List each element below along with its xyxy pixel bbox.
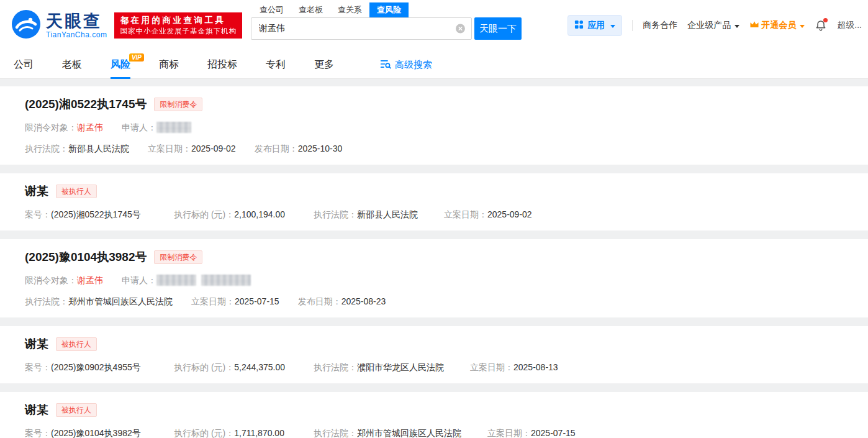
case-no-value: (2025)湘0522执1745号 [51, 208, 141, 221]
amount-label: 执行标的 (元)： [174, 208, 234, 221]
tianyancha-logo[interactable]: 天眼查 TianYanCha.com [11, 9, 107, 42]
applicant-label: 申请人： [122, 121, 156, 134]
logo-domain-text: TianYanCha.com [46, 30, 107, 39]
target-label: 限消令对象： [25, 274, 77, 286]
publish-date-label: 发布日期： [298, 295, 341, 308]
case-title[interactable]: (2025)湘0522执1745号 [25, 96, 147, 112]
header-divider [632, 20, 633, 31]
search-area: 查公司 查老板 查关系 查风险 天眼一下 [251, 0, 522, 40]
court-value: 新邵县人民法院 [68, 142, 129, 155]
amount-value: 2,100,194.00 [234, 208, 285, 221]
header-actions: 应用 商务合作 企业级产品 开通会员 [567, 15, 868, 36]
super-vip-link[interactable]: 超级... [837, 20, 862, 31]
apps-label: 应用 [587, 20, 605, 31]
court-label: 执行法院： [314, 427, 357, 438]
result-card-restriction-2: (2025)豫0104执3982号 限制消费令 限消令对象： 谢孟伟 申请人： … [0, 239, 868, 317]
promo-line2: 国家中小企业发展子基金旗下机构 [120, 28, 237, 35]
nav-tab-patent[interactable]: 专利 [266, 51, 286, 79]
vip-badge: VIP [129, 53, 144, 62]
nav-tab-boss[interactable]: 老板 [62, 51, 82, 79]
filing-date-label: 立案日期： [148, 142, 191, 155]
court-value: 濮阳市华龙区人民法院 [357, 361, 444, 373]
search-tab-company[interactable]: 查公司 [252, 2, 291, 17]
court-value: 新邵县人民法院 [357, 208, 418, 221]
search-tab-relation[interactable]: 查关系 [330, 2, 369, 17]
case-no-label: 案号： [25, 361, 51, 373]
redacted-applicant [156, 122, 191, 133]
nav-tab-risk[interactable]: 风险 VIP [111, 51, 130, 79]
search-tab-risk[interactable]: 查风险 [369, 2, 409, 17]
publish-date-value: 2025-08-23 [341, 295, 386, 308]
court-value: 郑州市管城回族区人民法院 [68, 295, 173, 308]
filing-date-label: 立案日期： [470, 361, 513, 373]
court-label: 执行法院： [314, 208, 357, 221]
status-badge: 被执行人 [56, 403, 97, 417]
court-label: 执行法院： [25, 142, 68, 155]
open-vip-link[interactable]: 开通会员 [749, 20, 805, 31]
case-no-value: (2025)豫0104执3982号 [51, 427, 141, 438]
case-no-value: (2025)豫0902执4955号 [51, 361, 141, 373]
apps-button[interactable]: 应用 [567, 15, 622, 36]
filing-date-value: 2025-09-02 [191, 142, 236, 155]
apps-grid-icon [574, 20, 584, 31]
person-title[interactable]: 谢某 [25, 336, 48, 352]
filing-date-value: 2025-08-13 [513, 361, 558, 373]
publish-date-label: 发布日期： [255, 142, 298, 155]
target-person-link[interactable]: 谢孟伟 [77, 121, 103, 134]
advanced-search-label: 高级搜索 [395, 59, 432, 71]
search-tabs: 查公司 查老板 查关系 查风险 [252, 2, 522, 17]
person-title[interactable]: 谢某 [25, 183, 48, 199]
redacted-applicant [156, 275, 196, 286]
search-tab-boss[interactable]: 查老板 [291, 2, 330, 17]
enterprise-products-label: 企业级产品 [687, 20, 731, 31]
result-card-executed-1: 谢某 被执行人 案号： (2025)湘0522执1745号 执行标的 (元)： … [0, 173, 868, 230]
biz-cooperation-link[interactable]: 商务合作 [643, 20, 677, 31]
status-badge: 限制消费令 [154, 250, 202, 264]
nav-tab-more[interactable]: 更多 [314, 51, 334, 79]
case-no-label: 案号： [25, 208, 51, 221]
filing-date-value: 2025-09-02 [487, 208, 532, 221]
applicant-label: 申请人： [122, 274, 156, 286]
enterprise-products-link[interactable]: 企业级产品 [687, 20, 739, 31]
open-vip-label: 开通会员 [761, 20, 796, 31]
search-input[interactable] [251, 17, 472, 40]
result-card-executed-2: 谢某 被执行人 案号： (2025)豫0902执4955号 执行标的 (元)： … [0, 326, 868, 383]
chevron-down-icon [800, 25, 805, 30]
nav-tab-company[interactable]: 公司 [14, 51, 34, 79]
target-person-link[interactable]: 谢孟伟 [77, 274, 103, 286]
notifications-bell-icon[interactable] [815, 19, 827, 32]
result-card-restriction-1: (2025)湘0522执1745号 限制消费令 限消令对象： 谢孟伟 申请人： … [0, 86, 868, 165]
nav-tab-trademark[interactable]: 商标 [159, 51, 179, 79]
publish-date-value: 2025-10-30 [298, 142, 343, 155]
amount-value: 1,711,870.00 [234, 427, 284, 438]
amount-value: 5,244,375.00 [234, 361, 285, 373]
status-badge: 限制消费令 [154, 98, 202, 111]
status-badge: 被执行人 [56, 185, 97, 198]
filing-date-value: 2025-07-15 [235, 295, 279, 308]
result-category-nav: 公司 老板 风险 VIP 商标 招投标 专利 更多 高级搜索 [0, 51, 868, 79]
court-label: 执行法院： [25, 295, 68, 308]
person-title[interactable]: 谢某 [25, 402, 48, 418]
chevron-down-icon [610, 25, 615, 30]
page: 天眼查 TianYanCha.com 都在用的商业查询工具 国家中小企业发展子基… [0, 0, 868, 438]
clear-search-icon[interactable] [455, 24, 466, 34]
court-label: 执行法院： [314, 361, 357, 373]
promo-line1: 都在用的商业查询工具 [120, 16, 237, 25]
logo-brand-text: 天眼查 [46, 12, 107, 30]
filing-date-label: 立案日期： [444, 208, 487, 221]
filing-date-value: 2025-07-15 [531, 427, 576, 438]
amount-label: 执行标的 (元)： [174, 361, 234, 373]
advanced-search-icon [380, 59, 391, 71]
nav-tab-bidding[interactable]: 招投标 [207, 51, 237, 79]
status-badge: 被执行人 [56, 337, 97, 351]
case-title[interactable]: (2025)豫0104执3982号 [25, 249, 147, 265]
promo-banner: 都在用的商业查询工具 国家中小企业发展子基金旗下机构 [114, 12, 242, 39]
filing-date-label: 立案日期： [487, 427, 531, 438]
crown-icon [749, 21, 759, 30]
header: 天眼查 TianYanCha.com 都在用的商业查询工具 国家中小企业发展子基… [0, 0, 868, 51]
advanced-search-button[interactable]: 高级搜索 [380, 59, 432, 71]
nav-tab-risk-label: 风险 [111, 59, 130, 70]
search-button[interactable]: 天眼一下 [474, 17, 522, 40]
result-card-executed-3: 谢某 被执行人 案号： (2025)豫0104执3982号 执行标的 (元)： … [0, 392, 868, 438]
chevron-down-icon [735, 25, 739, 30]
